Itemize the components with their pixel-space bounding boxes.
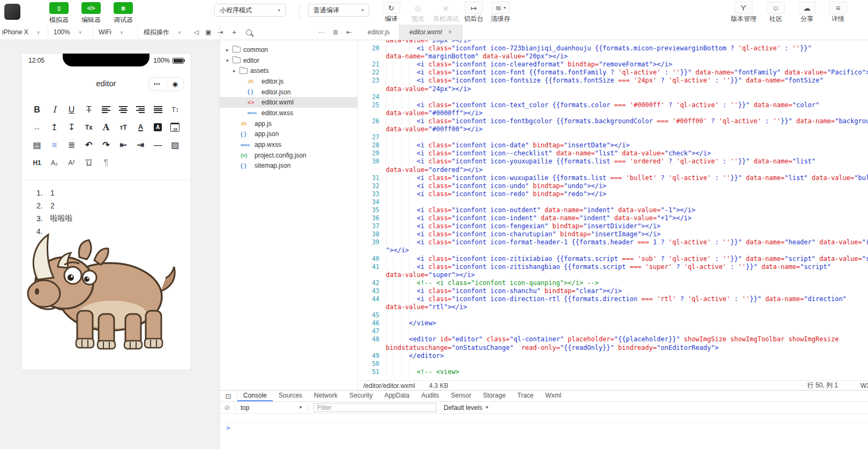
h1-icon[interactable]: H1 (28, 154, 46, 171)
tree-item-app.wxss[interactable]: wxssapp.wxss (220, 139, 357, 150)
compile-mode-select[interactable]: 普通编译 ▾ (308, 4, 369, 17)
tree-item-app.json[interactable]: { }app.json (220, 129, 357, 140)
zoom-select[interactable]: 100% ∨ (48, 25, 93, 40)
background-switch-button[interactable]: ↦切后台 (462, 2, 485, 24)
chevron-right-icon[interactable]: ▸ (233, 68, 236, 73)
align-right-icon[interactable] (132, 101, 149, 118)
tab-editor.js[interactable]: editor.js (358, 25, 399, 40)
dock-left-icon[interactable]: ⇤ (346, 28, 351, 36)
indent-icon[interactable]: ⇥ (132, 136, 149, 154)
gesture-select[interactable]: 模拟操作 ∨ (138, 25, 188, 40)
user-avatar[interactable] (4, 4, 20, 20)
mode-select[interactable]: 小程序模式 ▾ (214, 4, 286, 17)
mode-button-editor[interactable]: </>编辑器 (78, 2, 104, 25)
line-height-icon[interactable]: T↕ (167, 101, 184, 118)
tree-item-app.js[interactable]: JSapp.js (220, 118, 357, 129)
console-tab-Sensor[interactable]: Sensor (445, 391, 477, 401)
superscript-icon[interactable]: A² (63, 154, 80, 171)
version-manage-button[interactable]: ϒ版本管理 (731, 2, 757, 24)
network-select[interactable]: WiFi ∨ (93, 25, 138, 40)
divider-icon[interactable]: — (149, 136, 167, 154)
outdent-icon[interactable]: ⇤ (115, 136, 132, 154)
code-editor[interactable]: data-value="20px"></i>20 <i class="iconf… (358, 40, 868, 380)
mode-button-debugger[interactable]: ≣调试器 (110, 2, 136, 25)
console-tab-Sources[interactable]: Sources (273, 391, 308, 401)
rtl-icon[interactable]: ¶ (98, 154, 115, 171)
line-number: 26 (358, 117, 386, 125)
clear-console-icon[interactable]: ⊘ (220, 403, 235, 411)
clear-cache-button[interactable]: ≋▾清缓存 (489, 2, 512, 24)
font-size-icon[interactable]: тT (115, 118, 132, 136)
console-output[interactable]: > https://blog.csdn.net/qq_29769057 (220, 414, 868, 449)
phone-battery: 100% (153, 57, 184, 64)
menu-dots-icon[interactable]: ••• (148, 81, 166, 87)
console-prompt[interactable]: > (226, 424, 230, 432)
align-center-icon[interactable] (115, 101, 132, 118)
chevron-right-icon[interactable]: ▸ (226, 47, 229, 53)
console-tab-AppData[interactable]: AppData (378, 391, 415, 401)
insert-date-icon[interactable]: 19 (167, 118, 184, 136)
new-file-icon[interactable]: + (232, 28, 236, 36)
clear-format-icon[interactable]: Tx (80, 118, 98, 136)
close-icon[interactable]: × (448, 28, 452, 36)
bold-icon[interactable]: B (28, 101, 46, 118)
text-color-icon[interactable]: A (132, 118, 149, 136)
outline-icon[interactable]: ≣ (333, 28, 338, 36)
align-justify-icon[interactable] (149, 101, 167, 118)
tab-editor.wxml[interactable]: editor.wxml× (399, 25, 462, 40)
underline-icon-glyph: U (69, 105, 75, 115)
tree-item-sitemap.json[interactable]: { }sitemap.json (220, 161, 357, 171)
bg-color-icon[interactable]: A (149, 118, 167, 136)
tree-item-editor[interactable]: ▾editor (220, 55, 357, 66)
underline-icon[interactable]: U (63, 101, 80, 118)
console-tab-Storage[interactable]: Storage (477, 391, 512, 401)
home-target-icon[interactable]: ◉ (167, 80, 184, 88)
console-tab-Network[interactable]: Network (308, 391, 343, 401)
details-button[interactable]: ≡详情 (826, 2, 850, 24)
subscript-icon[interactable]: A₂ (46, 154, 63, 171)
mute-icon[interactable]: ◁ (194, 28, 199, 36)
community-button[interactable]: ☺社区 (764, 2, 788, 24)
tree-item-editor.js[interactable]: JSeditor.js (220, 76, 357, 87)
checklist-icon[interactable]: ▤ (28, 136, 46, 154)
tree-item-project.config.json[interactable]: {o}project.config.json (220, 150, 357, 161)
console-tab-Wxml[interactable]: Wxml (540, 391, 567, 401)
folder-icon (240, 68, 248, 74)
console-tab-Console[interactable]: Console (237, 391, 273, 401)
strikethrough-icon[interactable]: T (80, 101, 98, 118)
bullet-list-icon[interactable]: ≣ (63, 136, 80, 154)
console-tab-Audits[interactable]: Audits (415, 391, 445, 401)
context-select[interactable]: top ▼ (235, 404, 308, 411)
console-tab-Trace[interactable]: Trace (512, 391, 540, 401)
search-icon[interactable] (246, 29, 252, 35)
device-select[interactable]: iPhone X ∨ (0, 25, 48, 40)
align-left-icon[interactable] (98, 101, 115, 118)
share-button[interactable]: ☁分享 (795, 2, 819, 24)
margin-top-icon[interactable]: ↥ (46, 118, 63, 136)
float-window-icon[interactable]: ▣ (205, 28, 211, 36)
code-text: data-name="marginBottom" data-value="20p… (386, 53, 868, 61)
font-family-icon[interactable]: A (98, 118, 115, 136)
tree-item-assets[interactable]: ▸assets (220, 65, 357, 76)
tree-item-editor.json[interactable]: { }editor.json (220, 87, 357, 98)
insert-image-icon[interactable]: ▨ (167, 136, 184, 154)
ordered-list-icon[interactable]: ≡ (46, 136, 63, 154)
chevron-down-icon[interactable]: ▾ (226, 58, 229, 63)
redo-icon[interactable]: ↷ (98, 136, 115, 154)
log-levels-select[interactable]: Default levels ▼ (444, 404, 489, 411)
tree-item-common[interactable]: ▸common (220, 44, 357, 55)
compile-button[interactable]: ↻编译 (379, 2, 403, 24)
mode-button-simulator[interactable]: ▯模拟器 (46, 2, 72, 25)
inspect-element-icon[interactable]: ⊡ (220, 391, 237, 401)
more-icon[interactable]: ··· (318, 28, 325, 36)
trash-icon[interactable]: ⊔ (80, 154, 98, 171)
letter-spacing-icon[interactable]: ↔ (28, 118, 46, 136)
italic-icon[interactable]: I (46, 101, 63, 118)
tree-item-editor.wxml[interactable]: < >editor.wxml (220, 97, 357, 108)
console-filter-input[interactable] (313, 403, 436, 412)
console-tab-Security[interactable]: Security (343, 391, 378, 401)
tree-item-editor.wxss[interactable]: wxsseditor.wxss (220, 108, 357, 118)
cursor-position[interactable]: 行 50, 列 1 (807, 381, 838, 390)
margin-bottom-icon[interactable]: ↧ (63, 118, 80, 136)
undo-icon[interactable]: ↶ (80, 136, 98, 154)
